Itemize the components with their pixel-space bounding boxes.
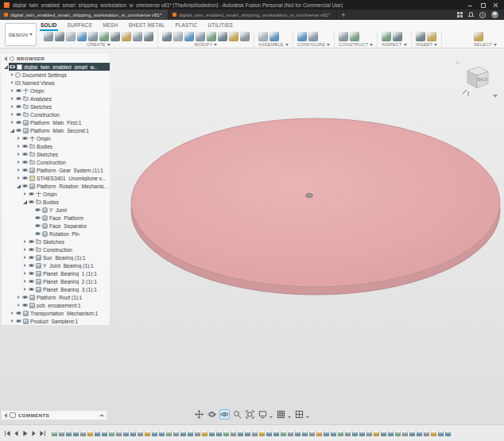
tool-icon[interactable] [474,32,483,41]
tree-collapsed-caret-icon[interactable] [16,160,21,165]
browser-tree-item[interactable]: Sketches [2,150,110,158]
visibility-eye-icon[interactable] [35,224,41,228]
visibility-eye-icon[interactable] [29,288,34,292]
tool-icon[interactable] [229,32,238,41]
timeline-operation-icon[interactable] [195,430,200,436]
browser-tree-item[interactable]: Construction [2,158,110,166]
notifications-bell-icon[interactable] [468,12,474,17]
rotation-pin-hole[interactable] [306,194,312,198]
timeline-operation-icon[interactable] [431,430,436,436]
ribbon-tab-solid[interactable]: SOLID [40,21,58,31]
browser-tree-item[interactable]: Document Settings [2,71,110,79]
apps-grid-icon[interactable] [457,12,463,17]
display-settings-menu-caret[interactable] [269,416,273,418]
timeline-operation-icon[interactable] [352,430,358,436]
timeline-operation-icon[interactable] [152,430,157,436]
visibility-eye-icon[interactable] [16,97,21,101]
tree-collapsed-caret-icon[interactable] [10,311,15,316]
browser-tree-item[interactable]: Y_Joint [2,206,110,214]
look-at-icon[interactable] [219,409,230,420]
help-icon[interactable]: ? [479,12,486,18]
group-dropdown[interactable]: INSPECT [382,41,407,48]
browser-tree-item[interactable]: Bodies [2,142,110,150]
tree-collapsed-caret-icon[interactable] [16,303,21,308]
timeline-operation-icon[interactable] [445,430,451,436]
visibility-eye-icon[interactable] [29,192,34,196]
tree-collapsed-caret-icon[interactable] [10,96,15,102]
tree-collapsed-caret-icon[interactable] [22,191,28,197]
visibility-eye-icon[interactable] [29,264,34,268]
timeline-operation-icon[interactable] [402,430,408,436]
browser-tree-item[interactable]: Platform_Main_First:1 [2,118,110,126]
tool-icon[interactable] [133,32,142,41]
tool-icon[interactable] [144,32,153,41]
timeline-operation-icon[interactable] [188,430,193,436]
visibility-eye-icon[interactable] [35,208,41,212]
visibility-eye-icon[interactable] [29,240,34,244]
tree-collapsed-caret-icon[interactable] [16,152,21,157]
viewcube-menu-caret[interactable] [493,95,498,98]
timeline-operation-icon[interactable] [295,430,300,436]
tool-icon[interactable] [350,32,359,41]
timeline-operation-icon[interactable] [273,430,279,436]
comments-panel[interactable]: COMMENTS [2,411,107,420]
timeline-operation-icon[interactable] [59,430,64,436]
visibility-eye-icon[interactable] [29,272,34,276]
tool-icon[interactable] [218,32,227,41]
play-icon[interactable] [21,430,29,437]
timeline-operation-icon[interactable] [138,430,143,436]
viewcube[interactable]: ⌂ BACK [461,61,496,98]
tree-collapsed-caret-icon[interactable] [16,136,21,141]
tree-collapsed-caret-icon[interactable] [16,295,21,300]
browser-tree-item[interactable]: Sketches [2,103,110,110]
timeline-operation-icon[interactable] [123,430,129,436]
zoom-icon[interactable] [232,409,242,420]
browser-tree-item[interactable]: Construction [2,246,110,253]
tool-icon[interactable] [110,32,120,41]
orbit-icon[interactable] [207,409,217,420]
timeline-operation-icon[interactable] [116,430,122,436]
tree-collapsed-caret-icon[interactable] [22,263,28,269]
timeline-operation-icon[interactable] [202,430,207,436]
timeline-operation-icon[interactable] [424,430,429,436]
timeline-operation-icon[interactable] [281,430,286,436]
home-view-icon[interactable]: ⌂ [456,59,459,66]
browser-tree-item[interactable]: Face_Platform [2,214,110,222]
browser-tree-item[interactable]: Planet_Bearing_3 (1):1 [2,285,110,293]
user-avatar[interactable] [491,11,498,18]
ribbon-tab-utilities[interactable]: UTILITIES [207,21,234,31]
tree-collapsed-caret-icon[interactable] [10,112,15,118]
timeline-operation-icon[interactable] [381,430,386,436]
ribbon-tab-mesh[interactable]: MESH [102,21,118,31]
new-tab-button[interactable]: + [337,10,350,20]
tool-icon[interactable] [207,32,216,41]
visibility-eye-icon[interactable] [22,137,28,141]
group-dropdown[interactable]: CONSTRUCT [339,41,373,48]
browser-tree-item[interactable]: Platform_Roof (1):1 [2,293,110,301]
browser-tree-item[interactable]: pcb_encasement:1 [2,301,110,309]
timeline-operation-icon[interactable] [388,430,394,436]
timeline-operation-icon[interactable] [95,430,100,436]
tool-icon[interactable] [88,32,98,41]
timeline-operation-icon[interactable] [309,430,315,436]
group-dropdown[interactable]: ASSEMBLE [258,41,289,48]
tool-icon[interactable] [416,32,425,41]
visibility-eye-icon[interactable] [16,319,21,323]
tree-expanded-caret-icon[interactable] [3,64,9,70]
tool-icon[interactable] [258,32,268,41]
timeline-operation-icon[interactable] [288,430,293,436]
browser-tree-item[interactable]: Sketches [2,238,110,246]
tree-expanded-caret-icon[interactable] [10,128,15,133]
tree-collapsed-caret-icon[interactable] [22,271,28,277]
timeline-operation-icon[interactable] [438,430,444,436]
workspace-selector[interactable]: DESIGN [5,23,37,46]
browser-filter-icon[interactable] [10,56,14,61]
timeline-operation-icon[interactable] [66,430,72,436]
timeline-operation-icon[interactable] [359,430,365,436]
browser-tree-item[interactable]: Planet_Bearing_1 (1):1 [2,269,110,277]
visibility-eye-icon[interactable] [35,216,41,220]
timeline-operation-icon[interactable] [316,430,322,436]
group-dropdown[interactable]: INSERT [416,41,438,48]
browser-tree-item[interactable]: digital_twin_enabled_smart_w... [2,63,110,71]
timeline-operation-icon[interactable] [102,430,107,436]
